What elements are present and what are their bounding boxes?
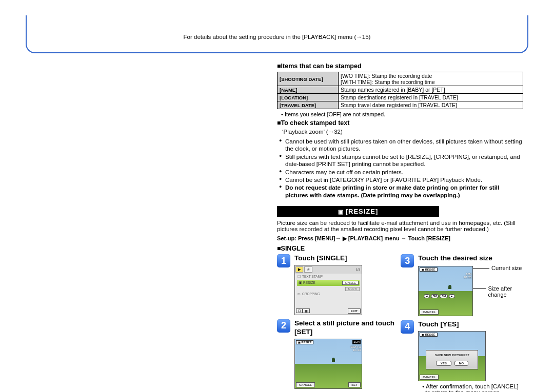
step-4-title: Touch [YES] <box>418 320 523 329</box>
off-note: • Items you select [OFF] are not stamped… <box>281 111 523 117</box>
step-1-screen: ▶ ★ 1/3 ☐TEXT STAMP ▣RESIZE SINGLE M <box>294 265 362 315</box>
yes-btn[interactable]: YES <box>436 361 451 366</box>
notes-list: Cannot be used with still pictures taken… <box>279 138 523 199</box>
step-4-number: 4 <box>401 320 414 334</box>
menu-resize-row[interactable]: ▣RESIZE SINGLE <box>297 280 360 286</box>
playback-zoom-ref: ‘Playback zoom’ (→32) <box>282 129 523 135</box>
top-callout: For details about the setting procedure … <box>26 15 528 53</box>
step-1-title: Touch [SINGLE] <box>294 254 362 263</box>
set-btn[interactable]: SET <box>348 382 361 387</box>
step-3-title: Touch the desired size <box>418 254 523 263</box>
exit-btn[interactable]: EXIT <box>348 308 361 314</box>
size-prev[interactable]: ◄ <box>424 294 429 298</box>
step-3-screen: ▣ RESIZE 10M 1/1.23 ◄ 5M <box>418 266 473 316</box>
callout-after: Size after change <box>488 285 523 298</box>
resize-para: Picture size can be reduced to facilitat… <box>277 220 523 232</box>
step-2-number: 2 <box>277 319 290 333</box>
cancel-btn-3[interactable]: CANCEL <box>420 310 439 315</box>
step-3-number: 3 <box>401 254 414 267</box>
cancel-btn-2[interactable]: CANCEL <box>296 382 315 387</box>
step-1-number: 1 <box>277 254 290 267</box>
heading-check: ■To check stamped text <box>277 119 523 127</box>
cancel-btn-4[interactable]: CANCEL <box>420 375 439 380</box>
size-3m[interactable]: 3M <box>440 294 448 298</box>
stamp-table: [SHOOTING DATE] [W/O TIME]: Stamp the re… <box>277 72 523 109</box>
resize-heading: ▣[RESIZE] <box>277 206 439 217</box>
size-5m[interactable]: 5M <box>431 294 439 298</box>
tab-fav[interactable]: ★ <box>304 266 312 273</box>
no-btn[interactable]: NO <box>454 361 468 366</box>
single-head: ■SINGLE <box>277 245 523 252</box>
step-4-note: • After confirmation, touch [CANCEL] to … <box>422 383 523 392</box>
size-next[interactable]: ► <box>449 294 454 298</box>
step-2-title: Select a still picture and touch [SET] <box>294 319 395 337</box>
heading-items-stamped: ■Items that can be stamped <box>277 63 523 70</box>
setup-line: Set-up: Press [MENU]→ ▶ [PLAYBACK] menu … <box>277 235 523 242</box>
step-2-screen: ▣ RESIZE 1/24 10M 4:31/1.23 CANCEL SET <box>294 339 362 389</box>
single-pill[interactable]: SINGLE <box>342 281 359 285</box>
callout-current: Current size <box>491 265 522 271</box>
save-dialog: SAVE NEW PICTURES? YES NO <box>426 350 478 369</box>
resize-icon: ▣ <box>338 209 344 215</box>
tab-playback[interactable]: ▶ <box>295 266 303 273</box>
resize-tag: ▣ RESIZE <box>296 340 313 344</box>
step-4-screen: ▣ RESIZE SAVE NEW PICTURES? YES NO <box>418 331 486 381</box>
